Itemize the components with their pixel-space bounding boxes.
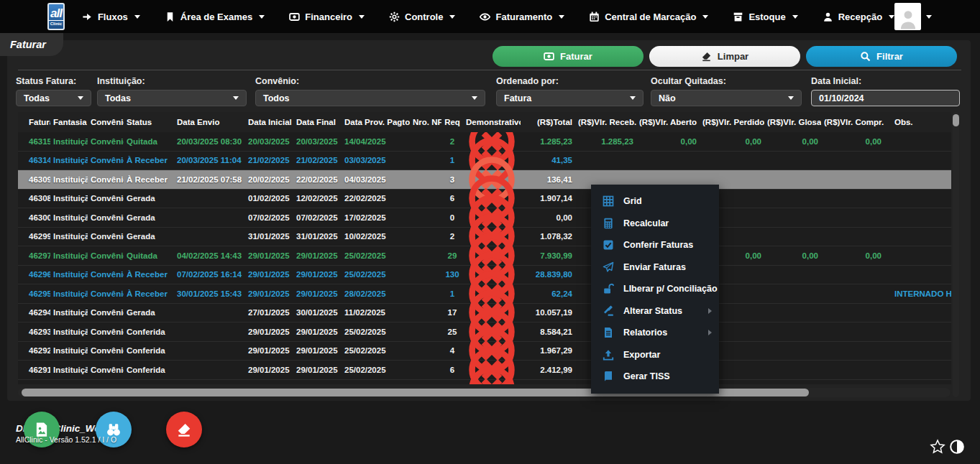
- context-menu-item-label: Relatorios: [623, 328, 699, 338]
- nav-item-label: Controle: [405, 11, 443, 22]
- cell-total: 136,41: [521, 175, 575, 184]
- filter-select[interactable]: Não: [651, 90, 802, 106]
- cell-inicial: 20/03/2025: [245, 137, 293, 146]
- column-header-req[interactable]: Req: [441, 118, 463, 126]
- cell-total: 1.967,29: [521, 346, 575, 355]
- nav-item-central-de-marca-o[interactable]: Central de Marcação: [589, 11, 708, 22]
- filter-select[interactable]: Todos: [255, 90, 485, 106]
- column-header-fatura[interactable]: Fatura: [18, 118, 50, 126]
- cell-req: 6: [441, 194, 463, 203]
- user-menu[interactable]: [894, 3, 932, 30]
- filter-select[interactable]: Todas: [97, 90, 247, 106]
- nav-item-financeiro[interactable]: Financeiro: [289, 11, 365, 22]
- date-input[interactable]: 01/10/2024: [811, 90, 960, 106]
- search-icon: [860, 51, 871, 62]
- context-menu-item-recalcular[interactable]: Recalcular: [591, 213, 719, 235]
- nav-item-estoque[interactable]: Estoque: [733, 11, 797, 22]
- vertical-scrollbar[interactable]: [953, 112, 959, 397]
- horizontal-scrollbar[interactable]: [18, 388, 951, 397]
- column-header-envio[interactable]: Data Envio: [174, 118, 245, 126]
- cell-fantasia: Instituição: [50, 251, 88, 260]
- context-menu-item-liberar-p-concilia-o[interactable]: LIberar p/ Conciliação: [591, 278, 719, 300]
- cell-pagto: 25/02/2025: [342, 251, 410, 260]
- filter-select[interactable]: Todas: [16, 90, 91, 106]
- context-menu-item-exportar[interactable]: Exportar: [591, 344, 719, 366]
- cell-total: 8.584,21: [521, 328, 575, 336]
- theme-contrast-icon[interactable]: [949, 439, 965, 455]
- table-row[interactable]: 46290InstituiçãoConvênioÀ Receber30/01/2…: [18, 380, 951, 385]
- nav-item-label: Faturamento: [495, 11, 552, 22]
- column-header-total[interactable]: (R$)Total: [521, 118, 575, 126]
- cell-convenio: Convênio: [88, 289, 124, 298]
- column-header-perdido[interactable]: (R$)Vlr. Perdido: [700, 118, 764, 126]
- cell-total: 1.907,14: [521, 194, 575, 203]
- logo-text: all: [49, 7, 63, 21]
- column-header-glosa[interactable]: (R$)Vlr. Glosa: [764, 118, 821, 126]
- cell-total: 10.057,19: [521, 308, 575, 317]
- column-header-obs[interactable]: Obs.: [884, 118, 951, 126]
- cell-convenio: Convênio: [88, 270, 124, 279]
- context-menu-item-enviar-faturas[interactable]: Enviar Faturas: [591, 256, 719, 279]
- cell-fatura: 46291: [18, 366, 50, 374]
- invoices-table: FaturaFantasiaConvênioStatusData EnvioDa…: [18, 112, 951, 384]
- column-header-aberto[interactable]: (R$)Vlr. Aberto: [636, 118, 700, 126]
- chevron-down-icon: [792, 15, 798, 19]
- column-header-convenio[interactable]: Convênio: [88, 118, 124, 126]
- context-menu-item-gerar-tiss[interactable]: Gerar TISS: [591, 366, 719, 388]
- star-icon: [930, 439, 945, 455]
- cell-fatura: 46314: [18, 156, 50, 164]
- demonstrativo-cell: [463, 363, 521, 384]
- filtrar-button[interactable]: Filtrar: [806, 46, 957, 67]
- cell-req: 2: [441, 137, 463, 146]
- clear-fab-button[interactable]: [166, 412, 202, 447]
- chevron-down-icon: [233, 96, 239, 100]
- nav-item-faturamento[interactable]: Faturamento: [480, 11, 564, 22]
- table-body: 46315InstituiçãoConvênioQuitada20/03/202…: [18, 132, 951, 384]
- cell-total: 62,24: [521, 289, 575, 298]
- cell-pagto: 14/04/2025: [342, 137, 410, 146]
- money-icon: [544, 51, 554, 62]
- context-menu-item-grid[interactable]: Grid: [591, 190, 719, 213]
- column-header-demo[interactable]: Demonstrativo: [463, 118, 521, 126]
- nav-item-recep-o[interactable]: Recepção: [823, 11, 894, 22]
- column-header-fantasia[interactable]: Fantasia: [50, 118, 88, 126]
- nav-item-fluxos[interactable]: Fluxos: [82, 11, 140, 22]
- context-menu-item-relatorios[interactable]: Relatorios: [591, 322, 719, 344]
- arrow-right-icon: [82, 11, 93, 22]
- avatar[interactable]: [894, 3, 921, 30]
- tab-faturar[interactable]: Faturar: [0, 33, 63, 56]
- column-header-pagto[interactable]: Data Prov. Pagto: [342, 118, 410, 126]
- context-menu-item-conferir-faturas[interactable]: Conferir Faturas: [591, 234, 719, 256]
- nav-item-controle[interactable]: Controle: [389, 11, 455, 22]
- cell-fantasia: Instituição: [50, 156, 88, 164]
- favorite-star-icon[interactable]: [930, 439, 945, 455]
- context-menu-item-label: Grid: [623, 196, 712, 206]
- cell-req: 25: [441, 328, 463, 336]
- cell-fantasia: Instituição: [50, 213, 88, 222]
- contrast-icon: [949, 439, 965, 455]
- eraser-icon: [701, 51, 712, 62]
- filter-label: Data Inicial:: [811, 76, 960, 86]
- cell-final: 29/01/2025: [293, 346, 342, 355]
- vertical-scrollbar-thumb[interactable]: [953, 114, 959, 126]
- filter-select[interactable]: Fatura: [496, 90, 644, 106]
- column-header-inicial[interactable]: Data Inicial: [245, 118, 293, 126]
- cell-convenio: Convênio: [88, 232, 124, 241]
- check-square-icon: [603, 239, 614, 251]
- cell-glosa: 0,00: [764, 251, 821, 260]
- column-header-final[interactable]: Data Final: [293, 118, 342, 126]
- nav-item--rea-de-exames[interactable]: Área de Exames: [165, 11, 265, 22]
- limpar-button[interactable]: Limpar: [649, 46, 800, 67]
- column-header-nf[interactable]: Nro. NF: [410, 118, 441, 126]
- cell-pagto: 11/02/2025: [342, 308, 410, 317]
- faturar-button[interactable]: Faturar: [493, 46, 644, 67]
- column-header-compr[interactable]: (R$)Vlr. Compr.: [821, 118, 884, 126]
- cell-convenio: Convênio: [88, 194, 124, 203]
- nav-menu: FluxosÁrea de ExamesFinanceiroControleFa…: [82, 11, 894, 22]
- chevron-down-icon[interactable]: [926, 15, 932, 19]
- column-header-status[interactable]: Status: [124, 118, 174, 126]
- cell-pagto: 25/02/2025: [342, 328, 410, 336]
- column-header-receb[interactable]: (R$)Vlr. Receb.: [575, 118, 636, 126]
- context-menu-item-alterar-status[interactable]: Alterar Status: [591, 300, 719, 323]
- app-logo[interactable]: all Clinic: [47, 3, 65, 30]
